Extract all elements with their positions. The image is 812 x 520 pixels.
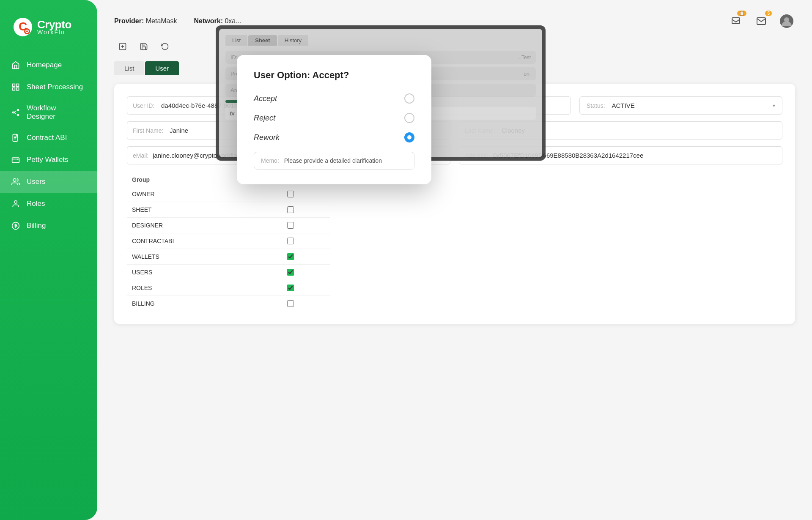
rework-label: Rework (254, 133, 280, 142)
sidebar-item-label-billing: Billing (27, 222, 46, 230)
granted-checkbox-sheet[interactable] (287, 206, 294, 213)
roles-icon (11, 199, 21, 209)
email-button[interactable]: 5 (753, 13, 770, 30)
reject-radio[interactable] (404, 113, 414, 123)
sidebar-item-petty-wallets[interactable]: Petty Wallets (0, 149, 97, 171)
tab-list[interactable]: List (114, 61, 144, 75)
table-row: OWNER (127, 186, 330, 202)
svg-rect-5 (13, 84, 15, 87)
memo-label: Memo: (261, 157, 279, 164)
granted-cell (251, 233, 330, 249)
table-row: BILLING (127, 296, 330, 312)
table-row: SHEET (127, 202, 330, 218)
sidebar-item-homepage[interactable]: Homepage (0, 54, 97, 76)
sidebar-item-billing[interactable]: Billing (0, 215, 97, 237)
grid-icon (11, 82, 21, 92)
users-icon (11, 177, 21, 187)
save-button[interactable] (135, 38, 152, 55)
svg-point-4 (26, 30, 28, 32)
table-row: USERS (127, 265, 330, 280)
workflow-icon (11, 107, 21, 118)
svg-rect-18 (12, 158, 19, 163)
granted-cell (251, 202, 330, 218)
granted-cell (251, 186, 330, 202)
chevron-down-icon: ▾ (773, 103, 775, 109)
bg-modal-tabs: List Sheet History (225, 35, 536, 46)
granted-cell (251, 249, 330, 265)
sidebar-item-label-roles: Roles (27, 200, 45, 208)
sidebar-item-label-contract-abi: Contract ABI (27, 134, 67, 142)
sidebar-item-label-users: Users (27, 178, 45, 186)
document-icon (11, 133, 21, 143)
rework-radio[interactable] (404, 132, 414, 142)
avatar-button[interactable] (778, 13, 795, 30)
granted-checkbox-contractabi[interactable] (287, 238, 294, 244)
provider-field: Provider: MetaMask (114, 17, 177, 25)
logo-text: Crypto WorkFlo (37, 19, 71, 35)
bg-tab-sheet[interactable]: Sheet (248, 35, 277, 46)
table-row: WALLETS (127, 249, 330, 265)
add-button[interactable] (114, 38, 131, 55)
granted-cell (251, 280, 330, 296)
sidebar-item-contract-abi[interactable]: Contract ABI (0, 127, 97, 149)
status-value: ACTIVE (612, 102, 773, 109)
radio-option-reject[interactable]: Reject (254, 113, 414, 123)
sidebar-item-roles[interactable]: Roles (0, 193, 97, 215)
granted-checkbox-designer[interactable] (287, 222, 294, 229)
notification-button[interactable]: 📋 (727, 13, 744, 30)
provider-label: Provider: (114, 17, 144, 25)
svg-point-9 (13, 112, 14, 113)
accept-radio[interactable] (404, 93, 414, 104)
radio-option-rework[interactable]: Rework (254, 132, 414, 142)
notification-badge: 📋 (737, 11, 746, 16)
svg-rect-7 (16, 88, 19, 90)
network-value: 0xa... (225, 17, 241, 25)
svg-point-10 (17, 109, 19, 111)
sidebar-item-sheet-processing[interactable]: Sheet Processing (0, 76, 97, 98)
status-dropdown[interactable]: Status: ACTIVE ▾ (579, 96, 782, 115)
bg-tab-history[interactable]: History (278, 35, 308, 46)
sidebar: C Crypto WorkFlo Homepage (0, 0, 97, 520)
tab-user[interactable]: User (145, 61, 179, 75)
user-option-modal: User Option: Accept? Accept Reject Rewor… (237, 55, 431, 184)
table-row: CONTRACTABI (127, 233, 330, 249)
group-name-cell: CONTRACTABI (127, 233, 251, 249)
granted-cell (251, 265, 330, 280)
logo-icon: C (13, 17, 33, 37)
logo-workflo-text: WorkFlo (37, 29, 71, 35)
granted-checkbox-roles[interactable] (287, 285, 294, 291)
reset-button[interactable] (156, 38, 173, 55)
wallet-icon (11, 155, 21, 165)
svg-point-11 (17, 114, 19, 115)
bg-tab-list[interactable]: List (225, 35, 247, 46)
sidebar-item-label-homepage: Homepage (27, 61, 62, 69)
memo-input[interactable] (284, 157, 407, 164)
col-group: Group (127, 173, 251, 186)
provider-value: MetaMask (146, 17, 177, 25)
groups-table: Group Granted OWNERSHEETDESIGNERCONTRACT… (127, 173, 330, 311)
fx-icon: fx (230, 110, 235, 117)
sidebar-item-label-petty-wallets: Petty Wallets (27, 156, 69, 164)
radio-option-accept[interactable]: Accept (254, 93, 414, 104)
sidebar-item-label-sheet-processing: Sheet Processing (27, 83, 83, 91)
billing-icon (11, 221, 21, 231)
group-name-cell: DESIGNER (127, 218, 251, 233)
modal-title: User Option: Accept? (254, 70, 414, 81)
granted-checkbox-wallets[interactable] (287, 253, 294, 260)
granted-checkbox-billing[interactable] (287, 300, 294, 307)
group-name-cell: USERS (127, 265, 251, 280)
granted-checkbox-users[interactable] (287, 269, 294, 276)
memo-field: Memo: (254, 152, 414, 170)
granted-checkbox-owner[interactable] (287, 191, 294, 197)
app-container: C Crypto WorkFlo Homepage (0, 0, 812, 520)
network-field: Network: 0xa... (194, 17, 241, 25)
sidebar-item-workflow-designer[interactable]: Workflow Designer (0, 98, 97, 127)
group-name-cell: OWNER (127, 186, 251, 202)
svg-line-13 (14, 112, 16, 114)
accept-label: Accept (254, 94, 277, 103)
svg-point-20 (14, 201, 17, 204)
sidebar-item-users[interactable]: Users (0, 171, 97, 193)
provider-info: Provider: MetaMask Network: 0xa... (114, 17, 241, 25)
svg-rect-6 (16, 84, 19, 87)
table-row: DESIGNER (127, 218, 330, 233)
